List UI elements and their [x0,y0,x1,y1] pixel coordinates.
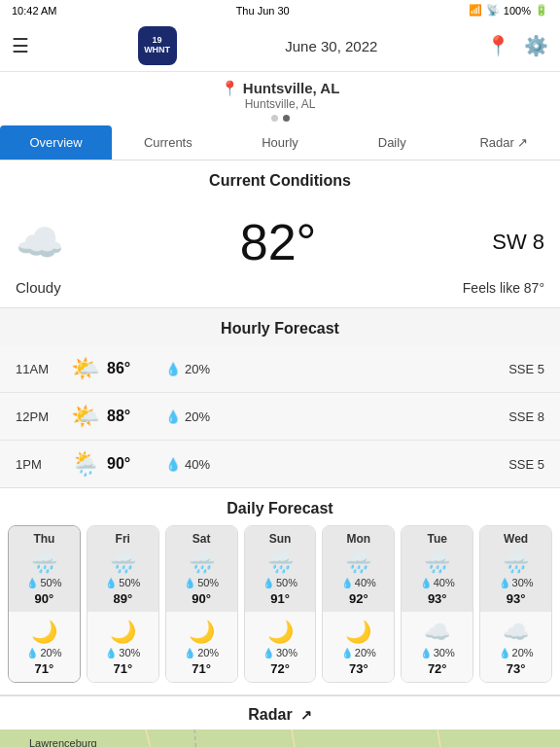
radar-share-icon[interactable]: ↗ [300,707,312,723]
daily-forecast-title: Daily Forecast [0,488,560,525]
daily-night-precip-1: 💧 30% [91,647,155,658]
daily-night-precip-6: 💧 20% [484,647,547,658]
daily-card-sat[interactable]: Sat 🌧️ 💧 50% 90° 🌙 💧 20% 71° [165,525,238,683]
daily-day-2: Sat [170,532,233,546]
daily-card-thu[interactable]: Thu 🌧️ 💧 50% 90° 🌙 💧 20% 71° [8,525,81,683]
daily-day-3: Sun [249,532,312,546]
dot-2 [283,115,290,122]
hourly-temp-0: 86° [107,360,165,377]
hourly-time-2: 1PM [16,457,64,472]
daily-night-drop-3: 💧 [262,648,274,658]
daily-day-precip-3: 💧 50% [249,577,312,588]
current-main-row: ☁️ 82° SW 8 [16,213,544,271]
hourly-time-0: 11AM [16,362,64,376]
daily-day-temp-2: 90° [170,591,233,606]
daily-night-drop-1: 💧 [105,648,117,658]
daily-top-1: Fri 🌧️ 💧 50% 89° [88,526,158,612]
hourly-icon-2: 🌦️ [64,450,107,478]
nav-tabs: Overview Currents Hourly Daily Radar ↗ [0,125,560,160]
daily-section-body: Thu 🌧️ 💧 50% 90° 🌙 💧 20% 71° Fri 🌧️ 💧 50… [0,525,560,694]
daily-card-tue[interactable]: Tue 🌧️ 💧 40% 93° ☁️ 💧 30% 72° [401,525,473,683]
daily-top-2: Sat 🌧️ 💧 50% 90° [166,526,237,612]
radar-header: Radar ↗ [0,696,560,729]
current-conditions-section: Current Conditions ☁️ 82° SW 8 Cloudy Fe… [0,160,560,307]
daily-night-icon-6: ☁️ [484,620,547,645]
status-bar: 10:42 AM Thu Jun 30 📶 📡 100% 🔋 [0,0,560,20]
daily-drop-icon-0: 💧 [26,578,38,588]
tab-overview[interactable]: Overview [0,125,112,160]
location-name: 📍 Huntsville, AL [0,80,560,97]
daily-drop-icon-2: 💧 [184,578,195,588]
tab-currents[interactable]: Currents [112,125,224,160]
location-dots [0,115,560,122]
current-conditions-body: ☁️ 82° SW 8 Cloudy Feels like 87° [0,197,560,307]
daily-night-icon-3: 🌙 [249,620,312,645]
radar-map[interactable]: Chattanooga Florence Athens Lawrenceburg [0,729,560,747]
tab-hourly[interactable]: Hourly [224,125,335,160]
daily-night-temp-4: 73° [327,661,390,676]
daily-day-icon-4: 🌧️ [327,550,390,575]
daily-card-sun[interactable]: Sun 🌧️ 💧 50% 91° 🌙 💧 30% 72° [244,525,317,683]
daily-bottom-2: 🌙 💧 20% 71° [166,612,237,682]
dot-1 [271,115,278,122]
daily-day-temp-4: 92° [327,591,390,606]
current-bottom-row: Cloudy Feels like 87° [16,279,544,296]
daily-night-precip-3: 💧 30% [249,647,312,658]
menu-button[interactable]: ☰ [12,34,29,57]
daily-day-temp-6: 93° [484,591,547,606]
daily-night-drop-2: 💧 [184,648,195,658]
radar-section: Radar ↗ Chattanooga Florence Athens Lawr… [0,695,560,747]
daily-card-fri[interactable]: Fri 🌧️ 💧 50% 89° 🌙 💧 30% 71° [87,525,159,683]
daily-day-temp-5: 93° [405,591,469,606]
status-date: Thu Jun 30 [236,5,290,17]
signal-icon: 📶 [469,4,482,17]
daily-bottom-4: 🌙 💧 20% 73° [323,612,394,682]
daily-drop-icon-1: 💧 [105,578,117,588]
location-bar: 📍 Huntsville, AL Huntsville, AL [0,72,560,125]
logo-text: 19 WHNT [144,36,170,55]
daily-drop-icon-5: 💧 [420,578,432,588]
daily-night-drop-4: 💧 [341,648,353,658]
current-feels-like: Feels like 87° [463,280,544,296]
hourly-precip-0: 💧 20% [165,362,243,376]
daily-top-4: Mon 🌧️ 💧 40% 92° [323,526,394,612]
tab-radar[interactable]: Radar ↗ [448,125,560,160]
hourly-row-2: 1PM 🌦️ 90° 💧 40% SSE 5 [0,441,560,487]
daily-bottom-3: 🌙 💧 30% 72° [245,612,316,682]
daily-night-icon-1: 🌙 [91,620,155,645]
daily-card-wed[interactable]: Wed 🌧️ 💧 30% 93° ☁️ 💧 20% 73° [479,525,552,683]
daily-day-icon-2: 🌧️ [170,550,233,575]
daily-day-icon-3: 🌧️ [249,550,312,575]
hourly-wind-0: SSE 5 [508,362,544,376]
daily-bottom-1: 🌙 💧 30% 71° [88,612,158,682]
hourly-icon-1: 🌤️ [64,403,107,430]
tab-daily[interactable]: Daily [336,125,448,160]
daily-night-precip-4: 💧 20% [327,647,390,658]
hourly-wind-2: SSE 5 [508,457,544,472]
daily-night-temp-1: 71° [91,661,155,676]
daily-bottom-0: 🌙 💧 20% 71° [9,612,80,682]
wifi-icon: 📡 [486,4,500,17]
radar-label-lawrenceburg: Lawrenceburg [29,737,97,747]
status-time: 10:42 AM [12,5,56,17]
daily-drop-icon-4: 💧 [341,578,353,588]
settings-icon[interactable]: ⚙️ [524,34,548,57]
daily-night-temp-5: 72° [405,661,469,676]
location-sub: Huntsville, AL [0,97,560,111]
current-conditions-title: Current Conditions [0,160,560,197]
daily-day-icon-0: 🌧️ [13,550,76,575]
daily-card-mon[interactable]: Mon 🌧️ 💧 40% 92° 🌙 💧 20% 73° [322,525,395,683]
daily-day-precip-6: 💧 30% [484,577,547,588]
daily-top-0: Thu 🌧️ 💧 50% 90° [9,526,80,612]
location-icon[interactable]: 📍 [486,34,510,57]
daily-night-drop-5: 💧 [420,648,432,658]
hourly-row-1: 12PM 🌤️ 88° 💧 20% SSE 8 [0,393,560,441]
daily-grid: Thu 🌧️ 💧 50% 90° 🌙 💧 20% 71° Fri 🌧️ 💧 50… [8,525,552,683]
app-header: ☰ 19 WHNT June 30, 2022 📍 ⚙️ [0,20,560,72]
daily-day-temp-1: 89° [91,591,155,606]
drop-icon-2: 💧 [165,457,181,472]
current-temperature: 82° [240,213,317,271]
current-wind: SW 8 [492,230,544,255]
daily-day-precip-0: 💧 50% [13,577,76,588]
daily-night-precip-0: 💧 20% [13,647,76,658]
